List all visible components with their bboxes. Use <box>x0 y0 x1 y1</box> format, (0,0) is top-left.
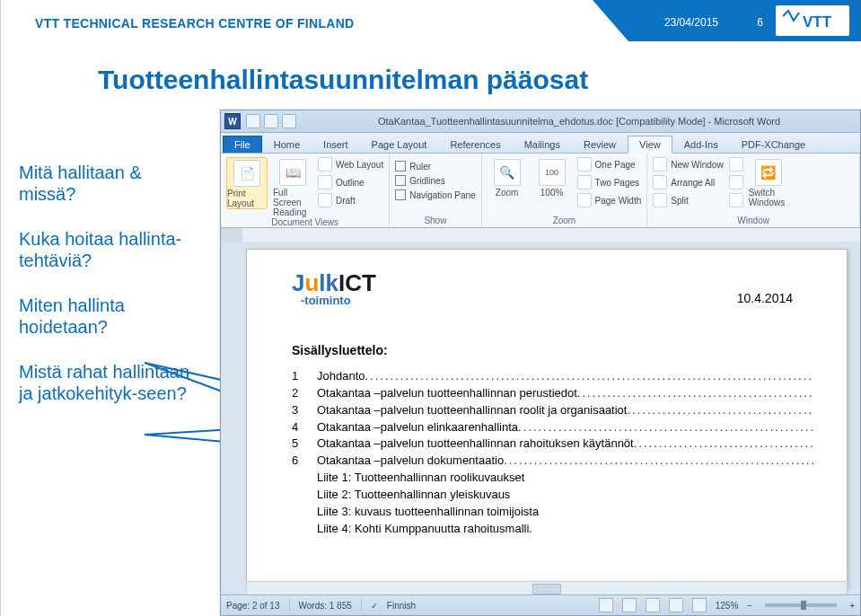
toc-item: 2Otakantaa –palvelun tuotteenhallinnan p… <box>292 385 814 402</box>
split-button[interactable]: Split <box>653 193 723 207</box>
appendix-item: Liite 2: Tuotteenhallinnan yleiskuvaus <box>292 487 814 504</box>
view-print-layout-icon[interactable] <box>599 598 613 612</box>
checkbox-icon <box>395 175 406 186</box>
ribbon-tab-strip: File Home Insert Page Layout References … <box>221 133 860 154</box>
julkict-logo: JulkICT -toiminto <box>292 269 814 307</box>
qat-save-icon[interactable] <box>246 114 260 128</box>
status-page[interactable]: Page: 2 of 13 <box>226 601 280 611</box>
word-title-bar: W OtaKantaa_Tuotteenhallintasuunnitelma_… <box>221 110 860 133</box>
org-name: VTT TECHNICAL RESEARCH CENTRE OF FINLAND <box>35 16 355 31</box>
tab-add-ins[interactable]: Add-Ins <box>672 136 730 153</box>
side-questions: Mitä hallitaan & missä? Kuka hoitaa hall… <box>19 162 198 427</box>
outline-button[interactable]: Outline <box>318 175 383 189</box>
group-zoom: 🔍Zoom 100100% One Page Two Pages Page Wi… <box>482 154 648 227</box>
document-area[interactable]: JulkICT -toiminto 10.4.2014 Sisällysluet… <box>221 242 860 595</box>
view-web-layout-icon[interactable] <box>646 598 660 612</box>
sync-scrolling-button[interactable] <box>729 175 743 189</box>
switch-windows-icon: 🔁 <box>755 159 782 186</box>
appendix-item: Liite 1: Tuotteenhallinnan roolikuvaukse… <box>292 470 814 487</box>
document-page: JulkICT -toiminto 10.4.2014 Sisällysluet… <box>246 249 848 588</box>
tab-view[interactable]: View <box>628 136 672 154</box>
full-screen-label: Full Screen Reading <box>273 188 312 217</box>
question-1: Mitä hallitaan & missä? <box>19 162 198 205</box>
zoom-button[interactable]: 🔍Zoom <box>488 157 527 198</box>
full-screen-reading-button[interactable]: 📖 Full Screen Reading <box>273 157 312 217</box>
qat-undo-icon[interactable] <box>264 114 278 128</box>
document-date: 10.4.2014 <box>737 291 793 305</box>
navigation-pane-checkbox[interactable]: Navigation Pane <box>395 189 475 200</box>
side-by-side-icon <box>729 157 743 172</box>
ruler-checkbox[interactable]: Ruler <box>395 161 475 172</box>
view-side-by-side-button[interactable] <box>729 157 743 172</box>
slide-date: 23/04/2015 <box>664 16 718 29</box>
toc-item: 5Otakantaa –palvelun tuotteenhallinnan r… <box>292 436 814 453</box>
draft-button[interactable]: Draft <box>318 193 383 207</box>
one-page-button[interactable]: One Page <box>577 157 642 172</box>
status-language[interactable]: Finnish <box>387 601 416 611</box>
toc-item: 3Otakantaa –palvelun tuotteenhallinnan r… <box>292 402 814 419</box>
outline-icon <box>318 175 332 189</box>
qat-redo-icon[interactable] <box>282 114 296 128</box>
draft-icon <box>318 193 332 207</box>
slide: VTT TECHNICAL RESEARCH CENTRE OF FINLAND… <box>0 0 861 616</box>
view-outline-icon[interactable] <box>669 598 683 612</box>
word-document-title: OtaKantaa_Tuotteenhallintasuunnitelma_eh… <box>298 116 860 127</box>
appendix-item: Liite 4: Kohti Kumppanuutta rahoitusmall… <box>292 521 814 538</box>
zoom-100-button[interactable]: 100100% <box>532 157 572 198</box>
new-window-button[interactable]: New Window <box>653 157 723 172</box>
status-proofing-icon[interactable]: ✓ <box>371 601 378 611</box>
slide-title: Tuotteenhallintasuunnitelman pääosat <box>98 65 588 95</box>
ribbon: 📄 Print Layout 📖 Full Screen Reading Web… <box>221 154 860 228</box>
view-draft-icon[interactable] <box>692 598 707 612</box>
zoom-out-button[interactable]: − <box>747 601 752 611</box>
arrange-all-button[interactable]: Arrange All <box>653 175 723 189</box>
tab-mailings[interactable]: Mailings <box>513 136 572 153</box>
group-label-window: Window <box>653 216 854 225</box>
tab-file[interactable]: File <box>223 136 262 153</box>
group-window: New Window Arrange All Split 🔁Switch Win… <box>647 154 860 227</box>
zoom-100-icon: 100 <box>539 159 566 186</box>
zoom-slider[interactable] <box>765 603 837 607</box>
group-label-document-views: Document Views <box>226 217 383 227</box>
sync-scroll-icon <box>729 175 743 189</box>
zoom-level[interactable]: 125% <box>716 601 739 611</box>
web-layout-button[interactable]: Web Layout <box>318 157 383 172</box>
svg-text:VTT: VTT <box>803 13 832 31</box>
tab-review[interactable]: Review <box>572 136 628 153</box>
page-width-button[interactable]: Page Width <box>577 193 642 207</box>
group-label-zoom: Zoom <box>488 216 642 225</box>
print-layout-label: Print Layout <box>227 189 267 208</box>
slide-header: VTT TECHNICAL RESEARCH CENTRE OF FINLAND… <box>1 0 861 41</box>
zoom-in-button[interactable]: + <box>849 601 855 611</box>
reset-window-icon <box>729 193 743 207</box>
word-app-icon: W <box>224 113 241 129</box>
toc-item: 1Johdanto <box>292 368 814 385</box>
tab-insert[interactable]: Insert <box>312 136 360 153</box>
reset-window-position-button[interactable] <box>729 193 743 207</box>
status-word-count[interactable]: Words: 1 855 <box>299 601 352 611</box>
one-page-icon <box>577 157 592 172</box>
header-triangle <box>593 0 628 41</box>
toc-item: 6Otakantaa –palvelun dokumentaatio <box>292 453 814 470</box>
view-full-screen-icon[interactable] <box>622 598 637 612</box>
full-screen-icon: 📖 <box>279 159 306 186</box>
gridlines-checkbox[interactable]: Gridlines <box>395 175 475 186</box>
tab-pdf-xchange[interactable]: PDF-XChange <box>730 136 818 153</box>
tab-page-layout[interactable]: Page Layout <box>360 136 439 153</box>
table-of-contents: 1Johdanto 2Otakantaa –palvelun tuotteenh… <box>292 368 814 470</box>
group-show: Ruler Gridlines Navigation Pane Show <box>390 154 481 227</box>
word-status-bar: Page: 2 of 13 Words: 1 855 ✓ Finnish 125… <box>221 594 860 615</box>
checkbox-icon <box>395 189 406 200</box>
print-layout-button[interactable]: 📄 Print Layout <box>226 157 268 209</box>
print-layout-icon: 📄 <box>233 160 260 187</box>
tab-references[interactable]: References <box>438 136 512 153</box>
horizontal-scrollbar[interactable] <box>246 581 848 595</box>
question-2: Kuka hoitaa hallinta-tehtäviä? <box>19 228 198 271</box>
checkbox-icon <box>395 161 406 172</box>
tab-home[interactable]: Home <box>262 136 312 153</box>
group-document-views: 📄 Print Layout 📖 Full Screen Reading Web… <box>221 154 390 227</box>
two-pages-button[interactable]: Two Pages <box>577 175 642 189</box>
question-3: Miten hallinta hoidetaan? <box>19 295 198 338</box>
toc-item: 4Otakantaa –palvelun elinkaarenhallinta <box>292 419 814 436</box>
switch-windows-button[interactable]: 🔁Switch Windows <box>749 157 788 207</box>
